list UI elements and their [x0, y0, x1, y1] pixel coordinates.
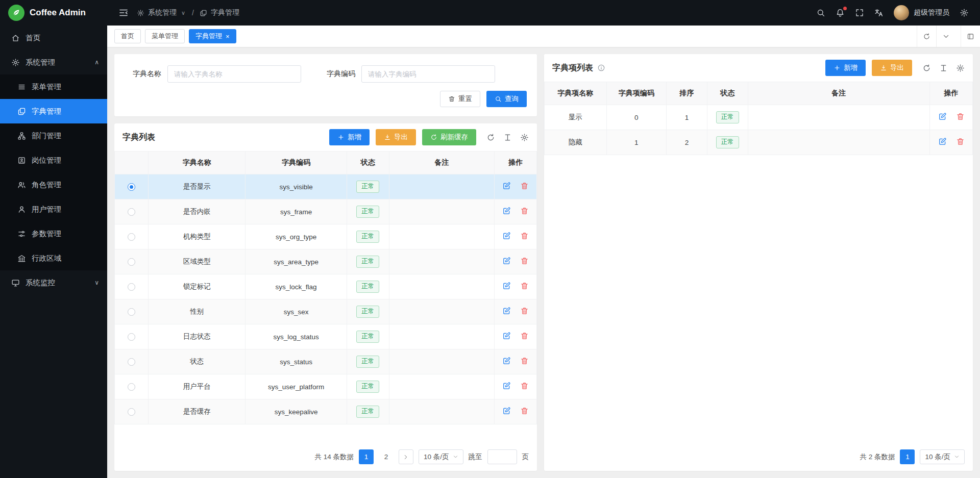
translate-icon[interactable] [874, 8, 884, 17]
fullscreen-icon[interactable] [855, 8, 864, 17]
cell-radio [115, 349, 149, 374]
sidebar-item[interactable]: 用户管理 [0, 197, 107, 221]
edit-icon[interactable] [502, 407, 511, 415]
sidebar-item[interactable]: 字典管理 [0, 99, 107, 123]
tab-close-icon[interactable]: × [226, 33, 230, 40]
tab[interactable]: 字典管理 × [189, 29, 236, 43]
jump-page-input[interactable] [487, 449, 517, 464]
column-settings-icon[interactable] [939, 64, 948, 72]
row-radio[interactable] [128, 258, 135, 266]
delete-icon[interactable] [520, 407, 529, 415]
row-radio[interactable] [128, 408, 135, 416]
edit-icon[interactable] [502, 182, 511, 190]
row-radio[interactable] [128, 208, 135, 216]
edit-icon[interactable] [938, 137, 947, 146]
delete-icon[interactable] [520, 357, 529, 365]
delete-icon[interactable] [520, 182, 529, 190]
edit-icon[interactable] [502, 257, 511, 265]
dict-table-row[interactable]: 用户平台 sys_user_platform 正常 [115, 374, 537, 399]
user-avatar[interactable] [894, 5, 909, 20]
refresh-cache-button[interactable]: 刷新缓存 [422, 129, 476, 145]
sidebar-item[interactable]: 菜单管理 [0, 74, 107, 99]
export-dict-button[interactable]: 导出 [376, 129, 416, 145]
edit-icon[interactable] [502, 207, 511, 215]
info-icon[interactable] [597, 64, 605, 72]
dict-table-row[interactable]: 性别 sys_sex 正常 [115, 299, 537, 324]
edit-icon[interactable] [502, 282, 511, 290]
row-radio[interactable] [128, 308, 135, 316]
edit-icon[interactable] [938, 112, 947, 121]
refresh-tab-icon[interactable] [917, 26, 936, 47]
sidebar-item[interactable]: 角色管理 [0, 172, 107, 197]
delete-icon[interactable] [520, 282, 529, 290]
search-icon[interactable] [816, 8, 825, 17]
layout-icon[interactable] [961, 26, 980, 47]
param-icon [17, 230, 26, 238]
sidebar-item[interactable]: 系统管理 ∧ [0, 50, 107, 74]
refresh-icon[interactable] [922, 64, 931, 72]
dict-page-size-select[interactable]: 10 条/页 [419, 449, 463, 464]
edit-icon[interactable] [502, 332, 511, 340]
page-button[interactable]: 1 [900, 449, 915, 464]
sidebar-item[interactable]: 首页 [0, 26, 107, 50]
item-page-size-select[interactable]: 10 条/页 [920, 449, 965, 464]
column-settings-icon[interactable] [503, 133, 512, 142]
edit-icon[interactable] [502, 307, 511, 315]
delete-icon[interactable] [956, 112, 965, 121]
page-button[interactable]: 1 [359, 449, 374, 464]
row-radio[interactable] [128, 333, 135, 341]
tab-actions-chevron-down-icon[interactable] [936, 26, 955, 47]
export-items-button[interactable]: 导出 [872, 60, 912, 76]
reset-button[interactable]: 重置 [440, 91, 480, 107]
refresh-icon[interactable] [486, 133, 495, 142]
sidebar-item[interactable]: 参数管理 [0, 221, 107, 246]
delete-icon[interactable] [956, 137, 965, 146]
delete-icon[interactable] [520, 332, 529, 340]
row-radio[interactable] [128, 283, 135, 291]
edit-icon[interactable] [502, 357, 511, 365]
menu-fold-icon[interactable] [118, 8, 129, 18]
edit-icon[interactable] [502, 232, 511, 240]
delete-icon[interactable] [520, 307, 529, 315]
row-radio[interactable] [128, 183, 135, 191]
sidebar-item[interactable]: 部门管理 [0, 123, 107, 148]
sidebar-item[interactable]: 岗位管理 [0, 148, 107, 172]
breadcrumb-level1[interactable]: 系统管理 [148, 8, 177, 17]
delete-icon[interactable] [520, 207, 529, 215]
sidebar-item[interactable]: 系统监控 ∨ [0, 270, 107, 295]
delete-icon[interactable] [520, 232, 529, 240]
settings-gear-icon[interactable] [960, 8, 969, 17]
breadcrumb-level2[interactable]: 字典管理 [211, 8, 239, 17]
tab[interactable]: 菜单管理 × [145, 29, 185, 43]
dict-table-row[interactable]: 是否内嵌 sys_frame 正常 [115, 199, 537, 224]
dict-name-input[interactable] [167, 65, 301, 83]
dict-table-row[interactable]: 日志状态 sys_log_status 正常 [115, 324, 537, 349]
dict-code-input[interactable] [361, 65, 495, 83]
delete-icon[interactable] [520, 257, 529, 265]
row-radio[interactable] [128, 233, 135, 241]
next-page-button[interactable] [399, 449, 413, 464]
row-radio[interactable] [128, 383, 135, 391]
page-button[interactable]: 2 [379, 449, 394, 464]
query-button[interactable]: 查询 [486, 91, 527, 107]
edit-icon[interactable] [502, 382, 511, 390]
dict-table-row[interactable]: 是否显示 sys_visible 正常 [115, 174, 537, 199]
sidebar-item[interactable]: 行政区域 [0, 246, 107, 270]
add-dict-button[interactable]: 新增 [329, 129, 370, 145]
dict-table-row[interactable]: 状态 sys_status 正常 [115, 349, 537, 374]
add-item-button[interactable]: 新增 [825, 60, 866, 76]
bell-icon[interactable] [836, 8, 845, 17]
dict-table-row[interactable]: 区域类型 sys_area_type 正常 [115, 249, 537, 274]
dict-table-row[interactable]: 机构类型 sys_org_type 正常 [115, 224, 537, 249]
tab[interactable]: 首页 × [114, 29, 141, 43]
row-radio[interactable] [128, 358, 135, 366]
delete-icon[interactable] [520, 382, 529, 390]
username[interactable]: 超级管理员 [914, 8, 949, 17]
table-settings-gear-icon[interactable] [520, 133, 529, 142]
item-table-row[interactable]: 显示 0 1 正常 [545, 105, 973, 130]
plus-icon [337, 134, 345, 141]
dict-table-row[interactable]: 是否缓存 sys_keepalive 正常 [115, 399, 537, 424]
dict-table-row[interactable]: 锁定标记 sys_lock_flag 正常 [115, 274, 537, 299]
table-settings-gear-icon[interactable] [956, 64, 965, 72]
item-table-row[interactable]: 隐藏 1 2 正常 [545, 130, 973, 155]
